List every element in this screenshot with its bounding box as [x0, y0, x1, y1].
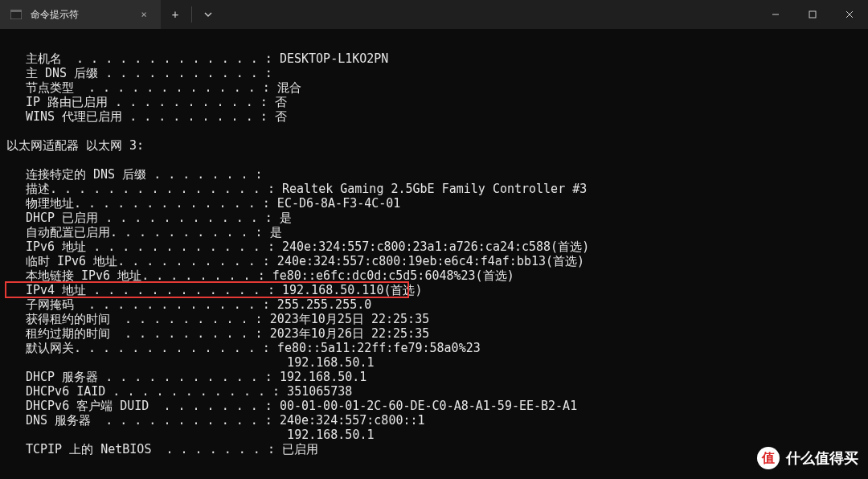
svg-rect-1 [10, 10, 22, 12]
output-line: 临时 IPv6 地址. . . . . . . . . . : 240e:324… [6, 254, 865, 268]
adapter-heading: 以太网适配器 以太网 3: [6, 138, 865, 153]
output-line: 租约过期的时间 . . . . . . . . . : 2023年10月26日 … [6, 326, 865, 341]
new-tab-button[interactable]: + [161, 0, 190, 29]
watermark-text: 什么值得买 [786, 448, 858, 468]
blank-line [6, 124, 865, 138]
window-controls [757, 0, 868, 29]
output-line: 物理地址. . . . . . . . . . . . . : EC-D6-8A… [6, 196, 865, 211]
output-line: DHCPv6 客户端 DUID . . . . . . . : 00-01-00… [6, 399, 865, 413]
tab-divider [191, 6, 192, 23]
output-line: DNS 服务器 . . . . . . . . . . . : 240e:324… [6, 413, 865, 428]
output-line: 连接特定的 DNS 后缀 . . . . . . . : [6, 167, 865, 182]
output-line: DHCP 服务器 . . . . . . . . . . . : 192.168… [6, 370, 865, 384]
svg-rect-3 [809, 11, 816, 18]
output-line: 自动配置已启用. . . . . . . . . . : 是 [6, 225, 865, 240]
output-line: 获得租约的时间 . . . . . . . . . : 2023年10月25日 … [6, 312, 865, 326]
output-line: IPv4 地址 . . . . . . . . . . . . : 192.16… [6, 283, 865, 297]
output-line: 192.168.50.1 [6, 428, 865, 442]
output-line: 默认网关. . . . . . . . . . . . . : fe80::5a… [6, 341, 865, 355]
maximize-button[interactable] [794, 0, 831, 29]
blank-line [6, 37, 865, 51]
output-line: WINS 代理已启用 . . . . . . . . . : 否 [6, 109, 865, 124]
watermark: 值 什么值得买 [757, 447, 858, 469]
output-line: DHCPv6 IAID . . . . . . . . . . . : 3510… [6, 384, 865, 399]
tab-dropdown-button[interactable] [194, 0, 223, 29]
output-line: 192.168.50.1 [6, 355, 865, 370]
tab-close-button[interactable]: × [137, 7, 151, 22]
tab-active[interactable]: 命令提示符 × [0, 0, 161, 29]
watermark-badge-icon: 值 [757, 447, 780, 469]
titlebar-drag-area[interactable] [223, 0, 757, 29]
tab-title: 命令提示符 [31, 8, 129, 22]
output-line: 本地链接 IPv6 地址. . . . . . . . : fe80::e6fc… [6, 268, 865, 283]
output-line: 节点类型 . . . . . . . . . . . . : 混合 [6, 80, 865, 95]
titlebar[interactable]: 命令提示符 × + [0, 0, 868, 29]
output-line: 主 DNS 后缀 . . . . . . . . . . . : [6, 66, 865, 80]
terminal-output[interactable]: 主机名 . . . . . . . . . . . . . : DESKTOP-… [0, 29, 868, 479]
output-line: TCPIP 上的 NetBIOS . . . . . . . : 已启用 [6, 442, 865, 456]
output-line: DHCP 已启用 . . . . . . . . . . . : 是 [6, 211, 865, 225]
close-window-button[interactable] [831, 0, 868, 29]
output-line: IPv6 地址 . . . . . . . . . . . . : 240e:3… [6, 240, 865, 254]
output-line: 子网掩码 . . . . . . . . . . . . : 255.255.2… [6, 297, 865, 312]
cmd-icon [10, 8, 23, 21]
minimize-button[interactable] [757, 0, 794, 29]
blank-line [6, 153, 865, 167]
output-line: 主机名 . . . . . . . . . . . . . : DESKTOP-… [6, 51, 865, 66]
output-line: 描述. . . . . . . . . . . . . . . : Realte… [6, 182, 865, 196]
output-line: IP 路由已启用 . . . . . . . . . . : 否 [6, 95, 865, 109]
terminal-window: 命令提示符 × + 主机名 . . . . . . . . . . . . . … [0, 0, 868, 479]
